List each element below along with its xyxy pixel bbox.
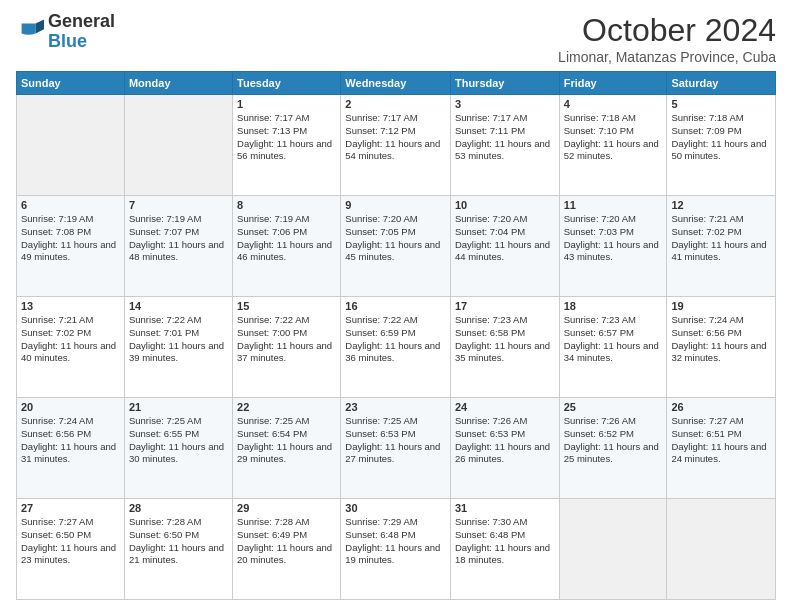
calendar-cell: 9Sunrise: 7:20 AM Sunset: 7:05 PM Daylig… xyxy=(341,196,451,297)
day-number: 26 xyxy=(671,401,771,413)
logo: General Blue xyxy=(16,12,115,52)
header-thursday: Thursday xyxy=(450,72,559,95)
day-info: Sunrise: 7:26 AM Sunset: 6:53 PM Dayligh… xyxy=(455,415,555,466)
day-info: Sunrise: 7:19 AM Sunset: 7:08 PM Dayligh… xyxy=(21,213,120,264)
day-info: Sunrise: 7:22 AM Sunset: 6:59 PM Dayligh… xyxy=(345,314,446,365)
calendar-cell: 15Sunrise: 7:22 AM Sunset: 7:00 PM Dayli… xyxy=(233,297,341,398)
day-info: Sunrise: 7:21 AM Sunset: 7:02 PM Dayligh… xyxy=(671,213,771,264)
calendar-cell: 23Sunrise: 7:25 AM Sunset: 6:53 PM Dayli… xyxy=(341,398,451,499)
calendar-cell xyxy=(667,499,776,600)
day-number: 12 xyxy=(671,199,771,211)
header-row: Sunday Monday Tuesday Wednesday Thursday… xyxy=(17,72,776,95)
day-info: Sunrise: 7:20 AM Sunset: 7:03 PM Dayligh… xyxy=(564,213,663,264)
day-info: Sunrise: 7:19 AM Sunset: 7:06 PM Dayligh… xyxy=(237,213,336,264)
day-info: Sunrise: 7:24 AM Sunset: 6:56 PM Dayligh… xyxy=(21,415,120,466)
day-number: 23 xyxy=(345,401,446,413)
logo-line1: General xyxy=(48,12,115,32)
day-number: 22 xyxy=(237,401,336,413)
day-info: Sunrise: 7:17 AM Sunset: 7:12 PM Dayligh… xyxy=(345,112,446,163)
header-sunday: Sunday xyxy=(17,72,125,95)
day-number: 30 xyxy=(345,502,446,514)
day-info: Sunrise: 7:18 AM Sunset: 7:09 PM Dayligh… xyxy=(671,112,771,163)
calendar-cell: 3Sunrise: 7:17 AM Sunset: 7:11 PM Daylig… xyxy=(450,95,559,196)
header-friday: Friday xyxy=(559,72,667,95)
calendar-cell: 27Sunrise: 7:27 AM Sunset: 6:50 PM Dayli… xyxy=(17,499,125,600)
day-info: Sunrise: 7:18 AM Sunset: 7:10 PM Dayligh… xyxy=(564,112,663,163)
calendar-cell: 26Sunrise: 7:27 AM Sunset: 6:51 PM Dayli… xyxy=(667,398,776,499)
calendar-cell: 5Sunrise: 7:18 AM Sunset: 7:09 PM Daylig… xyxy=(667,95,776,196)
calendar-cell: 8Sunrise: 7:19 AM Sunset: 7:06 PM Daylig… xyxy=(233,196,341,297)
day-number: 5 xyxy=(671,98,771,110)
logo-icon xyxy=(16,18,44,46)
day-number: 4 xyxy=(564,98,663,110)
day-number: 7 xyxy=(129,199,228,211)
calendar-cell: 18Sunrise: 7:23 AM Sunset: 6:57 PM Dayli… xyxy=(559,297,667,398)
calendar-cell: 14Sunrise: 7:22 AM Sunset: 7:01 PM Dayli… xyxy=(124,297,232,398)
day-info: Sunrise: 7:25 AM Sunset: 6:53 PM Dayligh… xyxy=(345,415,446,466)
day-info: Sunrise: 7:24 AM Sunset: 6:56 PM Dayligh… xyxy=(671,314,771,365)
day-info: Sunrise: 7:19 AM Sunset: 7:07 PM Dayligh… xyxy=(129,213,228,264)
calendar-cell: 28Sunrise: 7:28 AM Sunset: 6:50 PM Dayli… xyxy=(124,499,232,600)
calendar-cell: 20Sunrise: 7:24 AM Sunset: 6:56 PM Dayli… xyxy=(17,398,125,499)
day-number: 1 xyxy=(237,98,336,110)
calendar-cell: 1Sunrise: 7:17 AM Sunset: 7:13 PM Daylig… xyxy=(233,95,341,196)
main-title: October 2024 xyxy=(558,12,776,49)
day-number: 13 xyxy=(21,300,120,312)
day-info: Sunrise: 7:23 AM Sunset: 6:58 PM Dayligh… xyxy=(455,314,555,365)
day-number: 27 xyxy=(21,502,120,514)
day-info: Sunrise: 7:17 AM Sunset: 7:11 PM Dayligh… xyxy=(455,112,555,163)
calendar-body: 1Sunrise: 7:17 AM Sunset: 7:13 PM Daylig… xyxy=(17,95,776,600)
day-number: 24 xyxy=(455,401,555,413)
day-info: Sunrise: 7:17 AM Sunset: 7:13 PM Dayligh… xyxy=(237,112,336,163)
calendar-table: Sunday Monday Tuesday Wednesday Thursday… xyxy=(16,71,776,600)
calendar-week-1: 6Sunrise: 7:19 AM Sunset: 7:08 PM Daylig… xyxy=(17,196,776,297)
logo-line2: Blue xyxy=(48,32,115,52)
day-info: Sunrise: 7:20 AM Sunset: 7:05 PM Dayligh… xyxy=(345,213,446,264)
calendar-cell: 25Sunrise: 7:26 AM Sunset: 6:52 PM Dayli… xyxy=(559,398,667,499)
header-monday: Monday xyxy=(124,72,232,95)
day-number: 20 xyxy=(21,401,120,413)
day-info: Sunrise: 7:29 AM Sunset: 6:48 PM Dayligh… xyxy=(345,516,446,567)
calendar-cell: 22Sunrise: 7:25 AM Sunset: 6:54 PM Dayli… xyxy=(233,398,341,499)
day-number: 17 xyxy=(455,300,555,312)
calendar-cell xyxy=(17,95,125,196)
calendar-cell: 31Sunrise: 7:30 AM Sunset: 6:48 PM Dayli… xyxy=(450,499,559,600)
day-info: Sunrise: 7:22 AM Sunset: 7:01 PM Dayligh… xyxy=(129,314,228,365)
day-info: Sunrise: 7:23 AM Sunset: 6:57 PM Dayligh… xyxy=(564,314,663,365)
day-number: 19 xyxy=(671,300,771,312)
subtitle: Limonar, Matanzas Province, Cuba xyxy=(558,49,776,65)
calendar-cell: 16Sunrise: 7:22 AM Sunset: 6:59 PM Dayli… xyxy=(341,297,451,398)
day-number: 11 xyxy=(564,199,663,211)
day-info: Sunrise: 7:27 AM Sunset: 6:50 PM Dayligh… xyxy=(21,516,120,567)
day-number: 10 xyxy=(455,199,555,211)
day-number: 2 xyxy=(345,98,446,110)
day-number: 8 xyxy=(237,199,336,211)
day-info: Sunrise: 7:25 AM Sunset: 6:54 PM Dayligh… xyxy=(237,415,336,466)
header-saturday: Saturday xyxy=(667,72,776,95)
calendar-cell: 30Sunrise: 7:29 AM Sunset: 6:48 PM Dayli… xyxy=(341,499,451,600)
day-number: 18 xyxy=(564,300,663,312)
calendar-cell: 29Sunrise: 7:28 AM Sunset: 6:49 PM Dayli… xyxy=(233,499,341,600)
calendar-week-4: 27Sunrise: 7:27 AM Sunset: 6:50 PM Dayli… xyxy=(17,499,776,600)
day-number: 28 xyxy=(129,502,228,514)
calendar-cell: 11Sunrise: 7:20 AM Sunset: 7:03 PM Dayli… xyxy=(559,196,667,297)
day-number: 3 xyxy=(455,98,555,110)
day-info: Sunrise: 7:27 AM Sunset: 6:51 PM Dayligh… xyxy=(671,415,771,466)
title-block: October 2024 Limonar, Matanzas Province,… xyxy=(558,12,776,65)
calendar-cell: 17Sunrise: 7:23 AM Sunset: 6:58 PM Dayli… xyxy=(450,297,559,398)
day-info: Sunrise: 7:30 AM Sunset: 6:48 PM Dayligh… xyxy=(455,516,555,567)
day-info: Sunrise: 7:28 AM Sunset: 6:49 PM Dayligh… xyxy=(237,516,336,567)
calendar-cell: 13Sunrise: 7:21 AM Sunset: 7:02 PM Dayli… xyxy=(17,297,125,398)
calendar-week-3: 20Sunrise: 7:24 AM Sunset: 6:56 PM Dayli… xyxy=(17,398,776,499)
day-info: Sunrise: 7:26 AM Sunset: 6:52 PM Dayligh… xyxy=(564,415,663,466)
day-number: 31 xyxy=(455,502,555,514)
day-number: 25 xyxy=(564,401,663,413)
header-tuesday: Tuesday xyxy=(233,72,341,95)
day-info: Sunrise: 7:22 AM Sunset: 7:00 PM Dayligh… xyxy=(237,314,336,365)
day-info: Sunrise: 7:28 AM Sunset: 6:50 PM Dayligh… xyxy=(129,516,228,567)
day-number: 21 xyxy=(129,401,228,413)
calendar-cell: 24Sunrise: 7:26 AM Sunset: 6:53 PM Dayli… xyxy=(450,398,559,499)
calendar-cell xyxy=(559,499,667,600)
logo-text: General Blue xyxy=(48,12,115,52)
day-info: Sunrise: 7:20 AM Sunset: 7:04 PM Dayligh… xyxy=(455,213,555,264)
